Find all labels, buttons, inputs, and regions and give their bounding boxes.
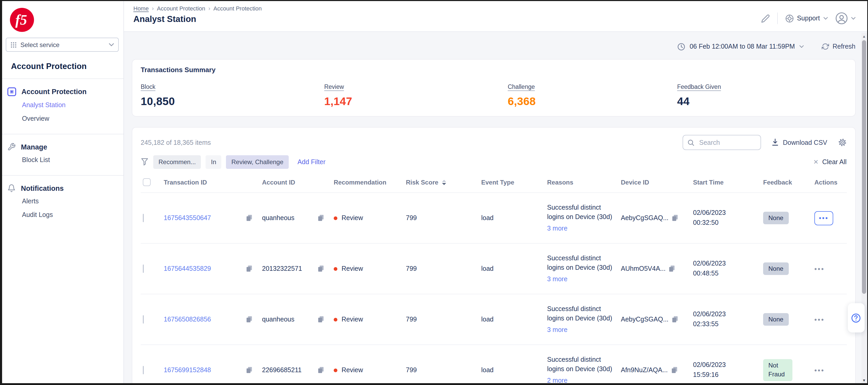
copy-icon[interactable]	[672, 316, 678, 323]
stat-feedback-given: Feedback Given 44	[677, 82, 846, 108]
row-actions-button[interactable]: •••	[814, 265, 825, 272]
row-checkbox[interactable]	[143, 214, 144, 222]
stat-block-label[interactable]: Block	[141, 84, 155, 90]
event-type: load	[481, 366, 547, 374]
breadcrumb-home-link[interactable]: Home	[133, 5, 149, 11]
user-menu[interactable]	[835, 12, 856, 25]
section-label: Manage	[21, 143, 47, 151]
col-risk-score[interactable]: Risk Score	[406, 179, 481, 186]
start-date: 02/06/2023	[693, 311, 726, 318]
add-filter-link[interactable]: Add Filter	[298, 158, 326, 166]
col-event-type[interactable]: Event Type	[481, 179, 547, 186]
row-checkbox[interactable]	[143, 366, 144, 374]
table-row: 1675650826856 quanheous Review 799	[141, 294, 846, 345]
start-time: 02:33:55	[693, 320, 718, 328]
refresh-button[interactable]: Refresh	[822, 43, 856, 50]
download-csv-button[interactable]: Download CSV	[771, 138, 827, 147]
device-id: AebyCgSGAQ...	[621, 214, 669, 222]
sidebar-item-manage[interactable]: Manage	[2, 140, 123, 153]
grid-icon	[10, 41, 17, 48]
recommendation: Review	[342, 265, 363, 272]
transaction-id-link[interactable]: 1675650826856	[164, 316, 211, 323]
copy-icon[interactable]	[317, 214, 324, 222]
feedback-badge: None	[763, 212, 788, 225]
copy-icon[interactable]	[246, 316, 253, 323]
more-reasons-link[interactable]: 3 more	[547, 325, 567, 334]
scroll-down-arrow[interactable]: ▼	[861, 378, 867, 382]
more-reasons-link[interactable]: 3 more	[547, 223, 567, 233]
gear-icon[interactable]	[838, 138, 846, 147]
row-checkbox[interactable]	[143, 315, 144, 324]
copy-icon[interactable]	[317, 366, 324, 374]
copy-icon[interactable]	[246, 265, 253, 272]
summary-title: Transactions Summary	[141, 66, 846, 74]
clock-icon	[678, 42, 685, 51]
support-menu[interactable]: Support	[785, 14, 828, 23]
copy-icon[interactable]	[672, 214, 678, 222]
copy-icon[interactable]	[671, 366, 678, 374]
scrollbar-thumb[interactable]	[862, 40, 866, 294]
more-reasons-link[interactable]: 3 more	[547, 274, 567, 284]
account-id: quanheous	[262, 316, 294, 323]
clear-all-button[interactable]: ✕ Clear All	[813, 158, 846, 166]
breadcrumb-separator: ›	[152, 5, 154, 11]
date-range-picker[interactable]: 06 Feb 12:00AM to 08 Mar 11:59PM	[678, 42, 804, 51]
stat-challenge-label[interactable]: Challenge	[507, 84, 535, 90]
stat-feedback-given-label[interactable]: Feedback Given	[677, 84, 721, 90]
copy-icon[interactable]	[246, 366, 253, 374]
copy-icon[interactable]	[317, 265, 324, 272]
search-input[interactable]	[698, 138, 756, 147]
col-transaction-id[interactable]: Transaction ID	[164, 179, 262, 186]
sidebar-item-block-list[interactable]: Block List	[2, 153, 123, 167]
filter-field-chip[interactable]: Recommen...	[153, 155, 201, 169]
sort-icons[interactable]	[442, 180, 446, 185]
feedback-badge: Not Fraud	[763, 359, 793, 381]
transaction-id-link[interactable]: 1675643550647	[164, 214, 211, 222]
col-recommendation[interactable]: Recommendation	[334, 179, 406, 186]
support-label: Support	[797, 14, 820, 22]
col-reasons[interactable]: Reasons	[547, 179, 621, 186]
filter-operator-chip[interactable]: In	[206, 155, 221, 169]
row-checkbox[interactable]	[143, 264, 144, 273]
col-account-id[interactable]: Account ID	[262, 179, 334, 186]
clear-all-label: Clear All	[822, 158, 846, 166]
sidebar-item-alerts[interactable]: Alerts	[2, 194, 123, 208]
device-id: AUhmO5V4A...	[621, 265, 665, 272]
app-window: f5 Select service Account Protection	[0, 0, 868, 385]
copy-icon[interactable]	[669, 265, 676, 272]
stat-review-label[interactable]: Review	[324, 84, 344, 90]
refresh-label: Refresh	[832, 43, 856, 50]
sidebar-item-account-protection[interactable]: Account Protection	[2, 85, 123, 98]
support-icon	[785, 14, 794, 23]
copy-icon[interactable]	[246, 214, 253, 222]
stat-block-value: 10,850	[141, 95, 324, 108]
sidebar-section-account-protection: Account Protection Analyst Station Overv…	[2, 79, 123, 127]
sidebar-item-audit-logs[interactable]: Audit Logs	[2, 208, 123, 222]
col-start-time[interactable]: Start Time	[693, 179, 763, 186]
scroll-up-arrow[interactable]: ▲	[861, 34, 867, 38]
transaction-id-link[interactable]: 1675699152848	[164, 366, 211, 374]
copy-icon[interactable]	[317, 316, 324, 323]
col-feedback[interactable]: Feedback	[763, 179, 814, 186]
review-dot-icon	[334, 267, 337, 270]
sidebar-item-notifications[interactable]: Notifications	[2, 182, 123, 194]
row-actions-button[interactable]: •••	[814, 316, 825, 323]
more-reasons-link[interactable]: 2 more	[547, 376, 567, 385]
row-actions-button[interactable]: •••	[814, 366, 825, 374]
row-actions-button[interactable]: •••	[814, 211, 833, 225]
select-all-checkbox[interactable]	[143, 178, 151, 186]
filter-value-chip[interactable]: Review, Challenge	[226, 155, 289, 169]
help-button[interactable]	[847, 303, 864, 332]
search-icon	[687, 139, 694, 146]
pencil-icon[interactable]	[761, 14, 770, 23]
reason-text: Successful distinct logins on Device (30…	[547, 306, 612, 322]
chevron-down-icon	[799, 45, 804, 48]
sidebar-item-overview[interactable]: Overview	[2, 112, 123, 125]
app-window-icon	[7, 87, 16, 96]
close-icon: ✕	[813, 158, 818, 166]
transaction-id-link[interactable]: 1675644535829	[164, 265, 211, 272]
breadcrumb: Home › Account Protection › Account Prot…	[133, 5, 262, 11]
service-selector[interactable]: Select service	[6, 38, 119, 52]
sidebar-item-analyst-station[interactable]: Analyst Station	[2, 98, 123, 112]
col-device-id[interactable]: Device ID	[621, 179, 693, 186]
